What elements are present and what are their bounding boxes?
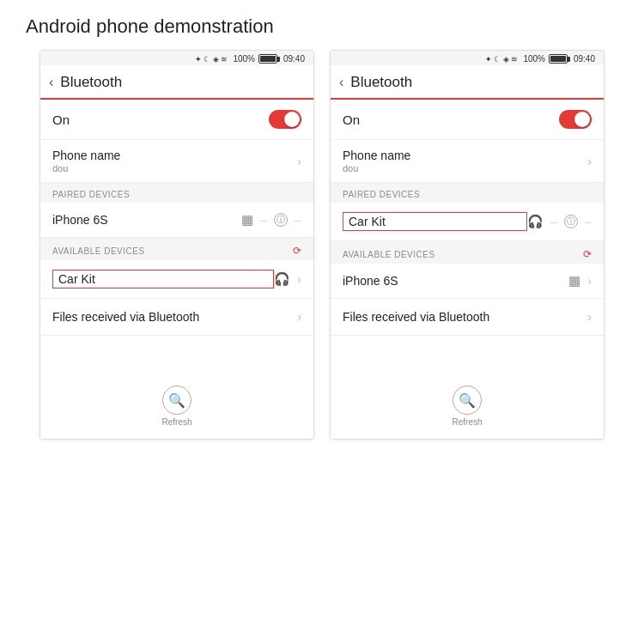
paired-device-left-0[interactable]: iPhone 6S ▦ — ⓘ —: [40, 203, 313, 238]
available-device-icons-left-0: 🎧 ›: [274, 271, 301, 287]
phone-name-row-right[interactable]: Phone name dou ›: [331, 140, 604, 183]
phone-left: ✦ ☾ ◈ ≋ 100% 09:40 ‹ Bluetooth On Phone …: [39, 50, 314, 440]
available-device-chevron-left: ›: [297, 272, 301, 286]
phone-name-value-right: dou: [343, 163, 410, 173]
battery-percent-right: 100%: [523, 54, 545, 64]
phone-name-label-right: Phone name: [343, 149, 410, 162]
phone-name-row-left[interactable]: Phone name dou ›: [40, 140, 313, 183]
refresh-label-left: Refresh: [161, 417, 191, 427]
paired-device-name-right-0: Car Kit: [343, 212, 527, 231]
page-title: Android phone demonstration: [0, 0, 644, 50]
on-row-right: On: [331, 100, 604, 140]
available-section-left: AVAILABLE DEVICES ⟳: [40, 238, 313, 260]
phone-name-value-left: dou: [52, 163, 120, 173]
available-device-name-right-0: iPhone 6S: [343, 274, 568, 288]
phone-icon-left: ▦: [241, 212, 253, 228]
files-label-right: Files received via Bluetooth: [343, 310, 489, 324]
back-button-left[interactable]: ‹: [49, 75, 53, 90]
available-device-icons-right-0: ▦ ›: [568, 273, 592, 289]
bluetooth-toggle-left[interactable]: [269, 110, 301, 129]
dash2-left-0: —: [295, 216, 301, 224]
phone-name-chevron-left: ›: [297, 155, 301, 168]
paired-device-icons-left-0: ▦ — ⓘ —: [241, 212, 301, 228]
available-section-right: AVAILABLE DEVICES ⟳: [331, 241, 604, 264]
loading-spinner-right: ⟳: [583, 248, 592, 260]
status-bar-right: ✦ ☾ ◈ ≋ 100% 09:40: [331, 51, 604, 65]
files-row-right[interactable]: Files received via Bluetooth ›: [331, 299, 604, 336]
available-device-right-0[interactable]: iPhone 6S ▦ ›: [331, 264, 604, 299]
paired-section-right: PAIRED DEVICES: [331, 183, 604, 203]
info-icon-left-0[interactable]: ⓘ: [274, 213, 288, 227]
battery-left: [258, 54, 277, 64]
dash-right-0: —: [550, 218, 557, 226]
status-icons-right: ✦ ☾ ◈ ≋: [485, 55, 519, 64]
available-device-chevron-right: ›: [587, 274, 592, 288]
dash2-right-0: —: [585, 218, 592, 226]
info-icon-right-0[interactable]: ⓘ: [564, 215, 578, 228]
phone-name-chevron-right: ›: [587, 155, 592, 168]
bt-header-left: ‹ Bluetooth: [40, 65, 313, 100]
bluetooth-toggle-right[interactable]: [559, 110, 592, 129]
refresh-area-left: 🔍 Refresh: [40, 370, 313, 439]
available-device-left-0[interactable]: Car Kit 🎧 ›: [40, 260, 313, 299]
refresh-button-left[interactable]: 🔍: [162, 386, 191, 415]
paired-device-name-left-0: iPhone 6S: [52, 213, 241, 227]
refresh-label-right: Refresh: [452, 417, 482, 427]
paired-device-right-0[interactable]: Car Kit 🎧 — ⓘ —: [331, 203, 604, 241]
loading-spinner-left: ⟳: [293, 245, 302, 257]
time-right: 09:40: [574, 54, 595, 64]
paired-section-left: PAIRED DEVICES: [40, 183, 313, 203]
status-icons-left: ✦ ☾ ◈ ≋: [195, 55, 228, 64]
dash-left-0: —: [260, 216, 267, 224]
refresh-icon-left: 🔍: [168, 392, 185, 409]
paired-device-icons-right-0: 🎧 — ⓘ —: [527, 214, 592, 229]
time-left: 09:40: [283, 54, 305, 64]
status-bar-left: ✦ ☾ ◈ ≋ 100% 09:40: [40, 51, 313, 65]
phone-icon-right: ▦: [568, 273, 580, 289]
available-label-left: AVAILABLE DEVICES: [52, 246, 145, 256]
headphones-icon-left: 🎧: [274, 271, 290, 287]
available-label-right: AVAILABLE DEVICES: [343, 250, 435, 259]
headphones-icon-right-paired: 🎧: [527, 214, 544, 229]
refresh-icon-right: 🔍: [459, 392, 476, 409]
phone-name-label-left: Phone name: [52, 149, 120, 162]
files-chevron-left: ›: [297, 310, 301, 324]
bt-header-right: ‹ Bluetooth: [331, 65, 604, 100]
on-label-right: On: [343, 112, 360, 127]
back-button-right[interactable]: ‹: [339, 75, 343, 90]
on-label-left: On: [52, 112, 70, 127]
refresh-area-right: 🔍 Refresh: [331, 370, 604, 439]
files-label-left: Files received via Bluetooth: [52, 310, 199, 324]
files-row-left[interactable]: Files received via Bluetooth ›: [40, 299, 313, 336]
files-chevron-right: ›: [587, 310, 592, 324]
phone-right: ✦ ☾ ◈ ≋ 100% 09:40 ‹ Bluetooth On Phone …: [330, 50, 605, 440]
available-device-name-left-0: Car Kit: [52, 270, 274, 289]
battery-right: [549, 54, 568, 64]
phones-container: ✦ ☾ ◈ ≋ 100% 09:40 ‹ Bluetooth On Phone …: [0, 50, 644, 440]
bt-title-left: Bluetooth: [60, 74, 122, 91]
bt-title-right: Bluetooth: [350, 74, 412, 91]
battery-percent-left: 100%: [233, 54, 255, 64]
on-row-left: On: [40, 100, 313, 140]
refresh-button-right[interactable]: 🔍: [453, 386, 482, 415]
